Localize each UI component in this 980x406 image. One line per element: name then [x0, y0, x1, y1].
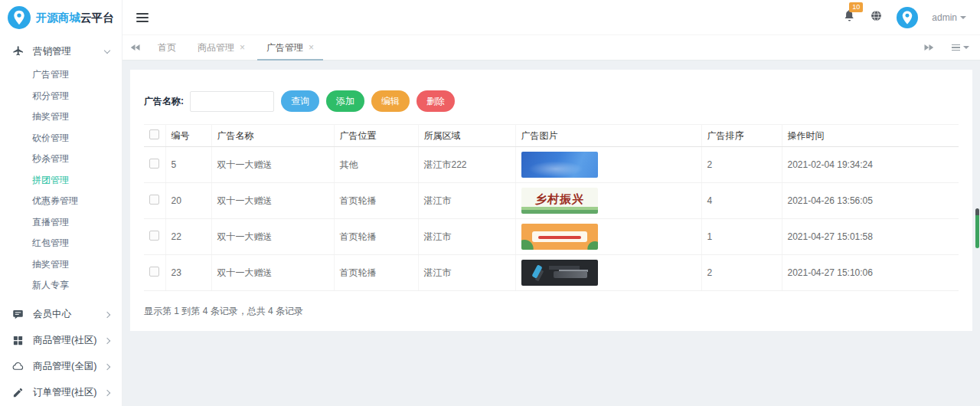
table-row[interactable]: 22 双十一大赠送 首页轮播 湛江市 1 2021-04-27 15:01:58	[144, 219, 959, 255]
row-checkbox[interactable]	[149, 267, 159, 277]
chevron-down-icon	[104, 47, 110, 53]
cloud-icon	[12, 361, 24, 373]
column-header-name[interactable]: 广告名称	[211, 125, 334, 147]
edit-button[interactable]: 编辑	[371, 90, 410, 112]
message-icon	[12, 309, 24, 321]
cell-region: 湛江市	[418, 219, 515, 255]
sidebar-item-groupbuy-management[interactable]: 拼团管理	[0, 170, 122, 192]
location-pin-logo-icon	[8, 6, 31, 29]
column-header-time[interactable]: 操作时间	[782, 125, 959, 147]
select-all-checkbox[interactable]	[149, 129, 159, 139]
sidebar-item-product-management-national[interactable]: 商品管理(全国)	[0, 355, 122, 379]
caret-down-icon	[963, 46, 969, 49]
tab-options-button[interactable]	[941, 35, 980, 60]
cell-name: 双十一大赠送	[211, 255, 334, 291]
row-checkbox[interactable]	[149, 231, 159, 241]
cell-sort: 2	[701, 255, 782, 291]
sidebar-item-order-management-community[interactable]: 订单管理(社区)	[0, 381, 122, 405]
tab-home[interactable]: 首页	[147, 35, 187, 60]
notifications-button[interactable]: 10	[843, 9, 856, 25]
cell-region: 湛江市	[418, 255, 515, 291]
table-row[interactable]: 5 双十一大赠送 其他 湛江市222 2 2021-02-04 19:34:24	[144, 147, 959, 183]
ad-name-search-input[interactable]	[190, 91, 274, 112]
username: admin	[932, 12, 957, 23]
bell-icon	[843, 11, 856, 25]
add-button[interactable]: 添加	[326, 90, 364, 112]
ad-image-orange-promo	[521, 224, 598, 250]
cell-id: 5	[165, 147, 211, 183]
sidebar-sections: 会员中心 商品管理(社区) 商品管理(全国)	[0, 303, 122, 406]
grid-icon	[12, 335, 24, 347]
caret-down-icon	[960, 16, 966, 19]
scroll-tabs-left-button[interactable]	[122, 35, 147, 60]
cell-region: 湛江市	[418, 183, 515, 219]
sidebar-item-lottery-management[interactable]: 抽奖管理	[0, 106, 122, 128]
sidebar-item-livestream-management[interactable]: 直播管理	[0, 212, 122, 234]
query-button[interactable]: 查询	[281, 90, 319, 112]
column-header-region[interactable]: 所属区域	[418, 125, 515, 147]
sidebar-section-label: 会员中心	[33, 308, 71, 321]
ad-image-blue-sky	[521, 152, 598, 178]
chevron-right-icon	[104, 337, 110, 343]
cell-position: 首页轮播	[334, 219, 418, 255]
ads-table: 编号 广告名称 广告位置 所属区域 广告图片 广告排序 操作时间 5 双十一大赠…	[144, 124, 959, 291]
close-icon[interactable]: ×	[309, 42, 314, 53]
vertical-scrollbar-thumb[interactable]	[975, 208, 979, 248]
column-header-image[interactable]: 广告图片	[515, 125, 701, 147]
sidebar-group-marketing[interactable]: 营销管理	[0, 38, 122, 64]
user-menu[interactable]: admin	[932, 12, 966, 23]
cell-time: 2021-04-27 15:01:58	[782, 219, 959, 255]
sidebar-item-coupon-management[interactable]: 优惠券管理	[0, 191, 122, 212]
content-area: 广告名称: 查询 添加 编辑 删除 编号 广告名称 广告位置	[122, 61, 980, 406]
pen-icon	[12, 387, 24, 399]
sidebar-item-points-management[interactable]: 积分管理	[0, 86, 122, 107]
sidebar-item-flashsale-management[interactable]: 秒杀管理	[0, 149, 122, 170]
column-header-sort[interactable]: 广告排序	[701, 125, 782, 147]
cell-time: 2021-02-04 19:34:24	[782, 147, 959, 183]
chevron-right-icon	[104, 389, 110, 395]
hamburger-menu-icon[interactable]	[133, 10, 152, 25]
tab-label: 首页	[158, 41, 176, 54]
table-row[interactable]: 23 双十一大赠送 首页轮播 湛江市 2 2021-04-27 15:10:06	[144, 255, 959, 291]
tab-strip: 首页 商品管理 × 广告管理 ×	[122, 35, 980, 61]
sidebar-item-lottery-management-2[interactable]: 抽奖管理	[0, 254, 122, 276]
sidebar-item-member-center[interactable]: 会员中心	[0, 303, 122, 327]
cell-name: 双十一大赠送	[211, 183, 334, 219]
row-checkbox[interactable]	[149, 159, 159, 169]
sidebar-item-ad-management[interactable]: 广告管理	[0, 64, 122, 86]
cell-name: 双十一大赠送	[211, 147, 334, 183]
plane-icon	[12, 45, 24, 57]
column-header-id[interactable]: 编号	[165, 125, 211, 147]
close-icon[interactable]: ×	[240, 42, 245, 53]
tab-product-management[interactable]: 商品管理 ×	[187, 35, 256, 60]
ad-image-rural-revitalization: 乡村振兴	[521, 188, 598, 214]
ad-management-panel: 广告名称: 查询 添加 编辑 删除 编号 广告名称 广告位置	[130, 70, 972, 331]
sidebar-section-label: 商品管理(全国)	[33, 360, 96, 373]
topbar: 10 admin	[122, 0, 980, 35]
app-logo[interactable]: 开源商城云平台	[0, 0, 122, 35]
sidebar-item-product-management-community[interactable]: 商品管理(社区)	[0, 329, 122, 353]
pagination-summary: 显示第 1 到第 4 条记录，总共 4 条记录	[144, 305, 959, 318]
sidebar-submenu: 广告管理 积分管理 抽奖管理 砍价管理 秒杀管理 拼团管理 优惠券管理 直播管理…	[0, 64, 122, 296]
cell-position: 其他	[334, 147, 418, 183]
row-checkbox[interactable]	[149, 195, 159, 205]
user-avatar[interactable]	[897, 7, 918, 28]
language-globe-button[interactable]	[870, 9, 883, 25]
table-row[interactable]: 20 双十一大赠送 首页轮播 湛江市 乡村振兴 4 2021-04-26 13:…	[144, 183, 959, 219]
sidebar-item-newuser-exclusive[interactable]: 新人专享	[0, 275, 122, 296]
tab-ad-management[interactable]: 广告管理 ×	[256, 35, 325, 60]
sidebar-item-bargain-management[interactable]: 砍价管理	[0, 128, 122, 149]
cell-position: 首页轮播	[334, 255, 418, 291]
cell-time: 2021-04-26 13:56:05	[782, 183, 959, 219]
sidebar-section-label: 商品管理(社区)	[33, 334, 96, 347]
sidebar-item-redpacket-management[interactable]: 红包管理	[0, 233, 122, 254]
delete-button[interactable]: 删除	[416, 90, 455, 112]
scroll-tabs-right-button[interactable]	[916, 35, 941, 60]
column-header-position[interactable]: 广告位置	[334, 125, 418, 147]
table-header-row: 编号 广告名称 广告位置 所属区域 广告图片 广告排序 操作时间	[144, 125, 959, 147]
tab-strip-right	[916, 35, 980, 60]
cell-id: 20	[165, 183, 211, 219]
main-area: 10 admin 首页	[122, 0, 980, 406]
tab-label: 商品管理	[198, 41, 234, 54]
search-toolbar: 广告名称: 查询 添加 编辑 删除	[144, 90, 959, 112]
